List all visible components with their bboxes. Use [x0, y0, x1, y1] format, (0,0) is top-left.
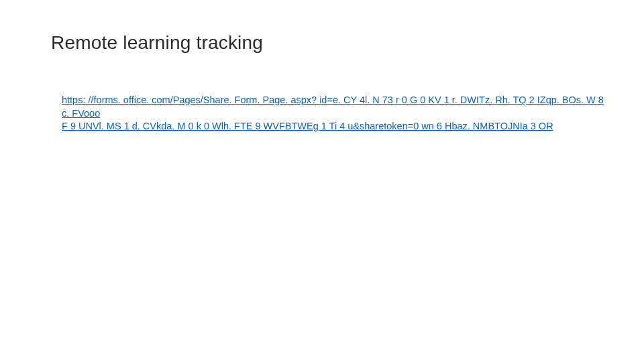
page-title: Remote learning tracking — [51, 32, 263, 54]
slide: Remote learning tracking https: //forms.… — [0, 0, 644, 362]
link-text-line1: https: //forms. office. com/Pages/Share.… — [62, 95, 604, 119]
link-block: https: //forms. office. com/Pages/Share.… — [62, 94, 604, 133]
form-share-link[interactable]: https: //forms. office. com/Pages/Share.… — [62, 95, 604, 131]
link-text-line2: F 9 UNVl. MS 1 d. CVkda. M 0 k 0 Wlh. FT… — [62, 121, 553, 131]
